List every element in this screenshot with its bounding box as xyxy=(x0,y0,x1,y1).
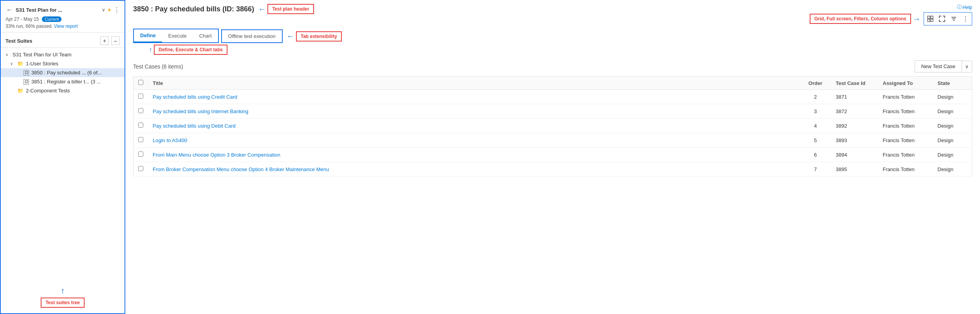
tree-item-label: 3850 : Pay scheduled ... (6 of... xyxy=(31,70,102,76)
test-case-title-link[interactable]: Pay scheduled bills using Debit Card xyxy=(153,123,236,129)
tab-define[interactable]: Define xyxy=(134,29,162,42)
plan-header-annotation: Test plan header xyxy=(267,4,314,14)
row-test-case-id-cell: 3871 xyxy=(831,90,878,104)
row-assigned-to-cell: Francis Totten xyxy=(878,90,933,104)
grid-toolbar: ⋮ xyxy=(924,12,972,25)
row-checkbox-cell xyxy=(134,119,148,133)
test-case-title-link[interactable]: Pay scheduled bills using Internet Banki… xyxy=(153,108,248,114)
favorite-star-icon[interactable]: ★ xyxy=(107,7,112,13)
test-case-title-link[interactable]: Login to AS400 xyxy=(153,137,187,143)
filter-button[interactable] xyxy=(948,13,959,24)
header-test-case-id-col: Test Case Id xyxy=(831,77,878,90)
row-title-cell: Pay scheduled bills using Credit Card xyxy=(148,90,800,104)
row-title-cell: Pay scheduled bills using Internet Banki… xyxy=(148,104,800,119)
add-suite-button[interactable]: + xyxy=(100,36,109,45)
tab-chart[interactable]: Chart xyxy=(193,29,218,42)
column-options-button[interactable]: ⋮ xyxy=(960,13,971,24)
tab-execute[interactable]: Execute xyxy=(162,29,193,42)
row-checkbox[interactable] xyxy=(138,123,143,128)
row-state-cell: Design xyxy=(933,148,972,162)
row-assigned-to-cell: Francis Totten xyxy=(878,148,933,162)
new-test-case-button[interactable]: New Test Case xyxy=(915,60,962,72)
row-assigned-to-cell: Francis Totten xyxy=(878,133,933,148)
table-row: From Broker Compensation Menu choose Opt… xyxy=(134,162,972,177)
row-title-cell: Login to AS400 xyxy=(148,133,800,148)
select-all-checkbox[interactable] xyxy=(138,80,143,85)
collapse-suite-button[interactable]: – xyxy=(111,36,120,45)
row-assigned-to-cell: Francis Totten xyxy=(878,119,933,133)
suite-page-icon: ⊡ xyxy=(23,79,29,85)
row-state-cell: Design xyxy=(933,119,972,133)
tree-item-user-stories[interactable]: ∨ 📁 1-User Stories xyxy=(1,59,125,68)
row-checkbox-cell xyxy=(134,133,148,148)
tree-item-label: 3851 : Register a biller t... (3 ... xyxy=(31,79,101,85)
suites-icon-group: + – xyxy=(100,36,120,45)
row-checkbox[interactable] xyxy=(138,137,143,142)
tree-item-label: 1-User Stories xyxy=(26,61,58,67)
view-report-link[interactable]: View report xyxy=(54,23,78,29)
row-checkbox-cell xyxy=(134,104,148,119)
row-checkbox[interactable] xyxy=(138,152,143,157)
plan-chevron-icon[interactable]: ∨ xyxy=(102,7,105,13)
tab-group: Define Execute Chart xyxy=(133,29,219,43)
offline-tab-border: Offline test execution xyxy=(221,29,283,43)
table-row: Pay scheduled bills using Internet Banki… xyxy=(134,104,972,119)
tree-item-label: S31 Test Plan for UI Team xyxy=(13,52,72,58)
folder-icon: 📁 xyxy=(17,61,23,67)
tab-offline[interactable]: Offline test execution xyxy=(222,30,282,42)
current-badge: Current xyxy=(42,16,62,22)
table-area: Test Cases (6 items) New Test Case ∨ Tit… xyxy=(125,55,980,314)
table-row: Login to AS400 5 3893 Francis Totten Des… xyxy=(134,133,972,148)
tree-item-3850[interactable]: ⊡ 3850 : Pay scheduled ... (6 of... xyxy=(1,68,125,77)
new-test-case-dropdown-button[interactable]: ∨ xyxy=(962,61,972,72)
svg-rect-2 xyxy=(928,19,930,22)
row-checkbox[interactable] xyxy=(138,108,143,113)
row-state-cell: Design xyxy=(933,90,972,104)
test-case-title-link[interactable]: Pay scheduled bills using Credit Card xyxy=(153,94,237,100)
row-order-cell: 7 xyxy=(800,162,831,177)
row-title-cell: From Broker Compensation Menu choose Opt… xyxy=(148,162,800,177)
plan-date-range: Apr 27 - May 15 xyxy=(5,16,39,22)
header-checkbox-col xyxy=(134,77,148,90)
fullscreen-button[interactable] xyxy=(937,13,948,24)
grid-view-button[interactable] xyxy=(925,13,936,24)
row-state-cell: Design xyxy=(933,104,972,119)
suite-page-icon: ⊡ xyxy=(23,70,29,76)
row-checkbox-cell xyxy=(134,148,148,162)
row-state-cell: Design xyxy=(933,133,972,148)
row-assigned-to-cell: Francis Totten xyxy=(878,104,933,119)
row-checkbox[interactable] xyxy=(138,166,143,171)
row-checkbox-cell xyxy=(134,162,148,177)
header-title-col: Title xyxy=(148,77,800,90)
suites-tree: ∨ S31 Test Plan for UI Team ∨ 📁 1-User S… xyxy=(1,48,125,282)
tree-item-component-tests[interactable]: 📁 2-Component Tests xyxy=(1,86,125,95)
tree-item-3851[interactable]: ⊡ 3851 : Register a biller t... (3 ... xyxy=(1,77,125,86)
row-checkbox[interactable] xyxy=(138,94,143,99)
grid-options-annotation: Grid, Full screen, Filters, Column optio… xyxy=(810,14,911,24)
row-order-cell: 6 xyxy=(800,148,831,162)
help-link[interactable]: ⓘ Help xyxy=(957,4,972,11)
help-label: Help xyxy=(962,5,972,10)
header-arrow-left-icon: ← xyxy=(258,5,266,14)
sidebar-annotation-label: Test suites tree xyxy=(41,298,84,308)
help-circle-icon: ⓘ xyxy=(957,4,962,11)
back-button[interactable]: ← xyxy=(5,5,13,14)
test-case-title-link[interactable]: From Main Menu choose Option 3 Broker Co… xyxy=(153,152,280,158)
table-header-row: Title Order Test Case Id Assigned To Sta… xyxy=(134,77,972,90)
tab-ext-arrow-left-icon: ← xyxy=(287,32,294,41)
test-cases-table: Title Order Test Case Id Assigned To Sta… xyxy=(133,76,972,177)
tree-item-root[interactable]: ∨ S31 Test Plan for UI Team xyxy=(1,50,125,59)
plan-more-icon[interactable]: ⋮ xyxy=(114,6,120,14)
row-checkbox-cell xyxy=(134,90,148,104)
plan-title: S31 Test Plan for ... xyxy=(16,7,100,13)
row-test-case-id-cell: 3895 xyxy=(831,162,878,177)
page-title: 3850 : Pay scheduled bills (ID: 3866) xyxy=(133,5,254,13)
svg-rect-1 xyxy=(931,16,933,18)
row-order-cell: 5 xyxy=(800,133,831,148)
test-case-title-link[interactable]: From Broker Compensation Menu choose Opt… xyxy=(153,166,329,172)
plan-stats: 33% run, 66% passed. xyxy=(5,23,53,29)
row-test-case-id-cell: 3893 xyxy=(831,133,878,148)
table-row: From Main Menu choose Option 3 Broker Co… xyxy=(134,148,972,162)
main-content: 3850 : Pay scheduled bills (ID: 3866) ← … xyxy=(125,0,980,314)
row-order-cell: 3 xyxy=(800,104,831,119)
